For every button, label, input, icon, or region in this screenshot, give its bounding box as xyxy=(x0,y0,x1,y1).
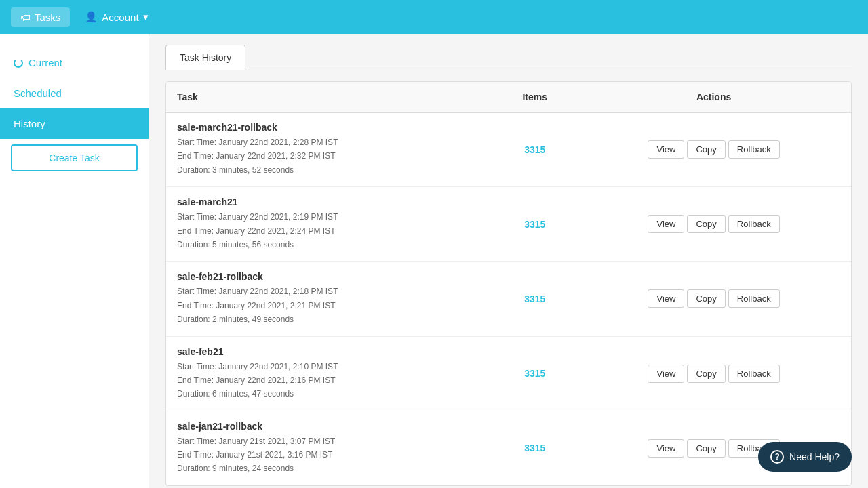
items-cell-4: 3315 xyxy=(493,411,576,485)
col-header-actions: Actions xyxy=(576,82,851,113)
table-row: sale-feb21-rollback Start Time: January … xyxy=(166,262,851,336)
action-group-0: View Copy Rollback xyxy=(587,140,840,159)
tag-icon: 🏷 xyxy=(20,12,31,23)
view-button-2[interactable]: View xyxy=(648,289,684,308)
actions-cell-0: View Copy Rollback xyxy=(576,113,851,187)
task-history-table: Task Items Actions sale-march21-rollback xyxy=(166,82,851,485)
page-layout: Current Scheduled History Create Task Ta… xyxy=(0,34,868,488)
tasks-nav-button[interactable]: 🏷 Tasks xyxy=(11,7,70,27)
task-meta-2: Start Time: January 22nd 2021, 2:18 PM I… xyxy=(177,285,482,326)
items-cell-2: 3315 xyxy=(493,262,576,336)
table-row: sale-march21 Start Time: January 22nd 20… xyxy=(166,187,851,262)
items-cell-1: 3315 xyxy=(493,187,576,262)
tabs-bar: Task History xyxy=(165,45,852,70)
action-group-3: View Copy Rollback xyxy=(587,365,840,383)
sidebar-history-label: History xyxy=(14,118,45,129)
sidebar: Current Scheduled History Create Task xyxy=(0,34,149,488)
tab-task-history-label: Task History xyxy=(180,52,231,63)
help-icon: ? xyxy=(770,450,784,464)
task-name-0: sale-march21-rollback xyxy=(177,122,482,133)
chevron-down-icon: ▾ xyxy=(143,11,149,23)
copy-button-0[interactable]: Copy xyxy=(687,140,725,159)
copy-button-3[interactable]: Copy xyxy=(687,365,725,383)
items-cell-0: 3315 xyxy=(493,113,576,187)
sidebar-item-scheduled[interactable]: Scheduled xyxy=(0,78,149,108)
task-meta-3: Start Time: January 22nd 2021, 2:10 PM I… xyxy=(177,360,482,401)
actions-cell-3: View Copy Rollback xyxy=(576,336,851,411)
sidebar-item-history[interactable]: History xyxy=(0,108,149,139)
task-meta-4: Start Time: January 21st 2021, 3:07 PM I… xyxy=(177,434,482,476)
table-row: sale-jan21-rollback Start Time: January … xyxy=(166,411,851,485)
task-name-4: sale-jan21-rollback xyxy=(177,421,482,432)
col-header-task: Task xyxy=(166,82,493,113)
task-cell-1: sale-march21 Start Time: January 22nd 20… xyxy=(166,187,493,262)
task-cell-0: sale-march21-rollback Start Time: Januar… xyxy=(166,113,493,187)
sidebar-item-current[interactable]: Current xyxy=(0,47,149,78)
account-nav-button[interactable]: 👤 Account ▾ xyxy=(75,7,157,27)
col-header-items: Items xyxy=(493,82,576,113)
action-group-1: View Copy Rollback xyxy=(587,215,840,233)
actions-cell-2: View Copy Rollback xyxy=(576,262,851,336)
sidebar-current-label: Current xyxy=(28,57,62,68)
rollback-button-1[interactable]: Rollback xyxy=(728,215,780,233)
actions-cell-1: View Copy Rollback xyxy=(576,187,851,262)
account-nav-label: Account xyxy=(102,12,138,23)
view-button-3[interactable]: View xyxy=(648,365,684,383)
task-meta-1: Start Time: January 22nd 2021, 2:19 PM I… xyxy=(177,210,482,251)
copy-button-4[interactable]: Copy xyxy=(687,439,725,458)
task-meta-0: Start Time: January 22nd 2021, 2:28 PM I… xyxy=(177,136,482,177)
rollback-button-3[interactable]: Rollback xyxy=(728,365,780,383)
need-help-button[interactable]: ? Need Help? xyxy=(758,442,852,472)
view-button-0[interactable]: View xyxy=(648,140,684,159)
table-row: sale-feb21 Start Time: January 22nd 2021… xyxy=(166,336,851,411)
view-button-4[interactable]: View xyxy=(648,439,684,458)
need-help-label: Need Help? xyxy=(789,451,840,462)
loading-icon xyxy=(14,58,23,68)
main-content: Task History Task Items Actions xyxy=(149,34,868,488)
task-cell-3: sale-feb21 Start Time: January 22nd 2021… xyxy=(166,336,493,411)
copy-button-2[interactable]: Copy xyxy=(687,289,725,308)
sidebar-scheduled-label: Scheduled xyxy=(14,87,62,99)
rollback-button-0[interactable]: Rollback xyxy=(728,140,780,159)
rollback-button-2[interactable]: Rollback xyxy=(728,289,780,308)
task-cell-4: sale-jan21-rollback Start Time: January … xyxy=(166,411,493,485)
copy-button-1[interactable]: Copy xyxy=(687,215,725,233)
task-history-table-container: Task Items Actions sale-march21-rollback xyxy=(165,81,852,486)
person-icon: 👤 xyxy=(85,11,98,23)
view-button-1[interactable]: View xyxy=(648,215,684,233)
tab-task-history[interactable]: Task History xyxy=(165,45,245,70)
task-cell-2: sale-feb21-rollback Start Time: January … xyxy=(166,262,493,336)
task-name-3: sale-feb21 xyxy=(177,346,482,357)
items-cell-3: 3315 xyxy=(493,336,576,411)
action-group-2: View Copy Rollback xyxy=(587,289,840,308)
create-task-button[interactable]: Create Task xyxy=(11,144,138,171)
table-row: sale-march21-rollback Start Time: Januar… xyxy=(166,113,851,187)
task-name-2: sale-feb21-rollback xyxy=(177,271,482,282)
task-name-1: sale-march21 xyxy=(177,197,482,207)
top-navigation: 🏷 Tasks 👤 Account ▾ xyxy=(0,0,868,34)
create-task-label: Create Task xyxy=(49,152,99,163)
tasks-nav-label: Tasks xyxy=(35,12,60,23)
